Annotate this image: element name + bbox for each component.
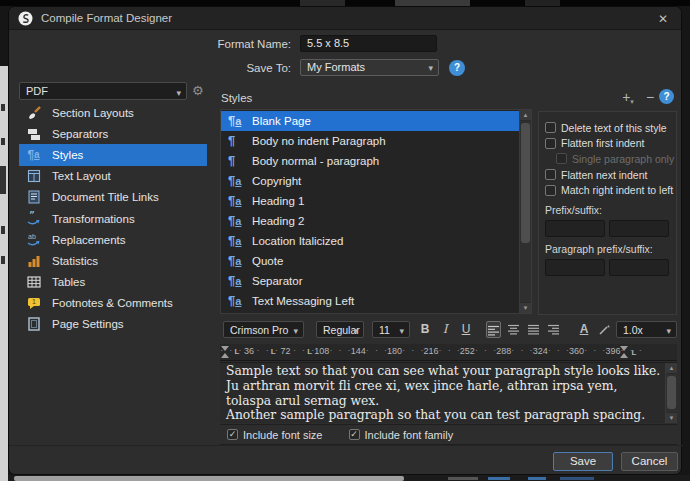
checkbox[interactable]: ✓ bbox=[545, 122, 556, 133]
sidebar-item-transformations[interactable]: ” Transformations bbox=[19, 208, 207, 229]
style-name: Text Messaging Left bbox=[252, 295, 354, 307]
style-option-checkbox[interactable]: ✓ Flatten first indent bbox=[545, 136, 676, 152]
checkbox[interactable]: ✓ bbox=[556, 153, 567, 164]
prefix-input[interactable] bbox=[545, 220, 605, 237]
checkbox-label: Delete text of this style bbox=[561, 122, 667, 134]
style-option-checkbox[interactable]: ✓ Flatten next indent bbox=[545, 167, 676, 183]
align-center-button[interactable] bbox=[506, 321, 521, 338]
sidebar-item-document-title-links[interactable]: Document Title Links bbox=[19, 187, 207, 208]
ruler-tick: · bbox=[266, 345, 269, 355]
help-icon[interactable]: ? bbox=[659, 89, 674, 104]
checkbox[interactable]: ✓ bbox=[349, 429, 360, 440]
style-name: Heading 2 bbox=[252, 215, 304, 227]
save-button[interactable]: Save bbox=[553, 452, 613, 471]
format-type-dropdown[interactable]: PDF ▾ bbox=[19, 82, 187, 100]
background-fragment bbox=[488, 477, 510, 480]
paragraph-prefix-input[interactable] bbox=[545, 259, 605, 276]
scroll-up-icon[interactable]: ▲ bbox=[666, 363, 677, 374]
scroll-down-icon[interactable]: ▼ bbox=[520, 302, 531, 313]
save-to-label: Save To: bbox=[171, 62, 291, 74]
tab-stop-marker[interactable]: L bbox=[234, 347, 239, 356]
close-icon[interactable]: ✕ bbox=[655, 11, 671, 27]
paragraph-suffix-input[interactable] bbox=[609, 259, 669, 276]
sidebar-item-styles[interactable]: ¶a Styles bbox=[19, 144, 207, 165]
font-color-button[interactable]: A bbox=[576, 321, 592, 338]
chevron-down-icon: ▾ bbox=[399, 323, 404, 339]
sidebar-item-separators[interactable]: Separators bbox=[19, 123, 207, 144]
style-preview-area[interactable]: Sample text so that you can see what you… bbox=[220, 362, 677, 423]
style-list-item[interactable]: ¶ Body no indent Paragraph bbox=[221, 131, 519, 151]
checkbox[interactable]: ✓ bbox=[227, 429, 238, 440]
background-fragment bbox=[448, 477, 478, 480]
font-style-dropdown[interactable]: Regular ▾ bbox=[316, 321, 364, 338]
style-list-item[interactable]: ¶a Location Italicized bbox=[221, 231, 519, 251]
style-list-item[interactable]: ¶a Heading 1 bbox=[221, 191, 519, 211]
align-right-button[interactable] bbox=[546, 321, 561, 338]
paragraph-style-icon: ¶a bbox=[228, 192, 252, 210]
style-option-checkbox[interactable]: ✓ Match right indent to left bbox=[545, 182, 676, 198]
checkbox[interactable]: ✓ bbox=[545, 185, 556, 196]
ruler-tick: · bbox=[457, 345, 460, 355]
ruler-tick: · bbox=[302, 345, 305, 355]
sidebar-item-label: Tables bbox=[52, 276, 85, 288]
style-list-item[interactable]: ¶ Body normal - paragraph bbox=[221, 151, 519, 171]
include-option-checkbox[interactable]: ✓ Include font size bbox=[227, 429, 323, 441]
ruler[interactable]: L 3672108144180216252288324360396·······… bbox=[220, 344, 677, 361]
font-size-dropdown[interactable]: 11 ▾ bbox=[372, 321, 410, 338]
suffix-input[interactable] bbox=[609, 220, 669, 237]
preview-scrollbar[interactable]: ▲ ▼ bbox=[665, 363, 677, 423]
sidebar-item-replacements[interactable]: ab Replacements bbox=[19, 229, 207, 250]
bold-button[interactable]: B bbox=[415, 321, 435, 338]
align-left-button[interactable] bbox=[486, 321, 501, 338]
style-list-item[interactable]: ¶a Text Messaging Left bbox=[221, 291, 519, 311]
style-option-checkbox[interactable]: ✓ Single paragraph only bbox=[545, 151, 676, 167]
style-list-item[interactable]: ¶a Quote bbox=[221, 251, 519, 271]
style-list-item[interactable]: ¶a Blank Page bbox=[221, 111, 519, 131]
style-list-item[interactable]: ¶a Separator bbox=[221, 271, 519, 291]
ruler-tick: · bbox=[548, 345, 551, 355]
sidebar-item-footnotes-comments[interactable]: 1 Footnotes & Comments bbox=[19, 293, 207, 314]
style-name: Quote bbox=[252, 255, 283, 267]
highlight-pen-icon[interactable] bbox=[596, 321, 612, 338]
preview-paragraph: Sample text so that you can see what you… bbox=[226, 364, 663, 408]
cancel-button[interactable]: Cancel bbox=[621, 452, 678, 471]
scrollbar-thumb[interactable] bbox=[667, 376, 676, 409]
checkbox[interactable]: ✓ bbox=[545, 169, 556, 180]
sidebar-item-tables[interactable]: Tables bbox=[19, 272, 207, 293]
sidebar-item-page-settings[interactable]: Page Settings bbox=[19, 314, 207, 335]
checkbox[interactable]: ✓ bbox=[545, 138, 556, 149]
quotes-transform-icon: ” bbox=[25, 211, 42, 227]
scroll-up-icon[interactable]: ▲ bbox=[520, 110, 531, 121]
style-name: Heading 1 bbox=[252, 195, 304, 207]
tab-stop-marker[interactable]: L bbox=[307, 347, 312, 356]
style-list-item[interactable]: ¶a Copyright bbox=[221, 171, 519, 191]
background-scrollbar bbox=[14, 476, 404, 481]
style-list-item[interactable]: ¶a Heading 2 bbox=[221, 211, 519, 231]
sidebar-item-statistics[interactable]: Statistics bbox=[19, 250, 207, 271]
tab-stop-marker[interactable]: L bbox=[271, 347, 276, 356]
format-name-input[interactable]: 5.5 x 8.5 bbox=[300, 35, 437, 52]
ruler-tick: · bbox=[566, 345, 569, 355]
underline-button[interactable]: U bbox=[457, 321, 475, 338]
gear-icon[interactable]: ⚙ bbox=[192, 83, 204, 99]
sidebar-item-text-layout[interactable]: Text Layout bbox=[19, 166, 207, 187]
styles-list-scrollbar[interactable]: ▲ ▼ bbox=[519, 110, 531, 313]
ruler-number: 396 bbox=[605, 346, 620, 356]
preview-text: Sample text so that you can see what you… bbox=[226, 364, 663, 423]
include-option-checkbox[interactable]: ✓ Include font family bbox=[349, 429, 454, 441]
scroll-down-icon[interactable]: ▼ bbox=[666, 412, 677, 423]
remove-style-button[interactable]: − bbox=[643, 89, 657, 105]
add-style-button[interactable]: +▾ bbox=[619, 89, 637, 110]
font-family-dropdown[interactable]: Crimson Pro ▾ bbox=[223, 321, 304, 338]
ruler-tick: · bbox=[411, 345, 414, 355]
help-icon[interactable]: ? bbox=[449, 60, 465, 76]
save-to-dropdown[interactable]: My Formats ▾ bbox=[300, 59, 439, 76]
line-spacing-dropdown[interactable]: 1.0x ▾ bbox=[616, 321, 677, 338]
scrollbar-thumb[interactable] bbox=[521, 123, 530, 243]
align-justify-button[interactable] bbox=[526, 321, 541, 338]
sidebar-item-section-layouts[interactable]: Section Layouts bbox=[19, 102, 207, 123]
style-option-checkbox[interactable]: ✓ Delete text of this style bbox=[545, 120, 676, 136]
ruler-tick: · bbox=[420, 345, 423, 355]
ruler-number: 252 bbox=[460, 346, 475, 356]
italic-button[interactable]: I bbox=[437, 321, 453, 338]
